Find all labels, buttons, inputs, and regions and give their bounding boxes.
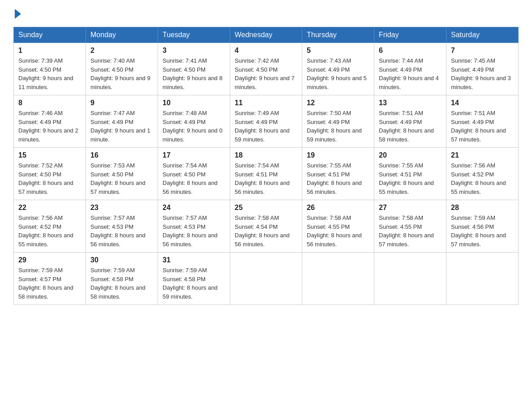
calendar-week-1: 1 Sunrise: 7:39 AM Sunset: 4:50 PM Dayli… xyxy=(14,43,519,95)
calendar-cell: 23 Sunrise: 7:57 AM Sunset: 4:53 PM Dayl… xyxy=(86,200,158,253)
day-info: Sunrise: 7:54 AM Sunset: 4:50 PM Dayligh… xyxy=(163,161,225,196)
day-number: 21 xyxy=(451,151,514,159)
day-info: Sunrise: 7:59 AM Sunset: 4:58 PM Dayligh… xyxy=(90,266,153,301)
calendar-cell: 24 Sunrise: 7:57 AM Sunset: 4:53 PM Dayl… xyxy=(158,200,230,253)
day-info: Sunrise: 7:42 AM Sunset: 4:50 PM Dayligh… xyxy=(235,56,297,91)
calendar-cell: 11 Sunrise: 7:49 AM Sunset: 4:49 PM Dayl… xyxy=(230,95,302,148)
calendar-cell: 6 Sunrise: 7:44 AM Sunset: 4:49 PM Dayli… xyxy=(374,43,446,95)
weekday-header-friday: Friday xyxy=(374,27,446,43)
calendar-cell: 31 Sunrise: 7:59 AM Sunset: 4:58 PM Dayl… xyxy=(158,253,230,305)
logo-arrow-icon xyxy=(15,9,21,19)
day-number: 25 xyxy=(235,204,297,212)
weekday-header-row: SundayMondayTuesdayWednesdayThursdayFrid… xyxy=(14,27,519,43)
calendar-week-5: 29 Sunrise: 7:59 AM Sunset: 4:57 PM Dayl… xyxy=(14,253,519,305)
calendar-cell: 10 Sunrise: 7:48 AM Sunset: 4:49 PM Dayl… xyxy=(158,95,230,148)
day-info: Sunrise: 7:57 AM Sunset: 4:53 PM Dayligh… xyxy=(163,214,225,248)
day-info: Sunrise: 7:39 AM Sunset: 4:50 PM Dayligh… xyxy=(18,56,81,91)
day-number: 20 xyxy=(379,151,442,159)
calendar-cell: 30 Sunrise: 7:59 AM Sunset: 4:58 PM Dayl… xyxy=(86,253,158,305)
day-info: Sunrise: 7:51 AM Sunset: 4:49 PM Dayligh… xyxy=(451,109,514,144)
day-number: 5 xyxy=(307,47,369,55)
day-info: Sunrise: 7:58 AM Sunset: 4:55 PM Dayligh… xyxy=(307,214,369,248)
day-number: 30 xyxy=(90,256,153,264)
calendar-cell: 3 Sunrise: 7:41 AM Sunset: 4:50 PM Dayli… xyxy=(158,43,230,95)
day-number: 2 xyxy=(90,47,153,55)
day-number: 1 xyxy=(18,47,81,55)
day-number: 12 xyxy=(307,99,369,107)
calendar-cell: 28 Sunrise: 7:59 AM Sunset: 4:56 PM Dayl… xyxy=(446,200,519,253)
day-number: 26 xyxy=(307,204,369,212)
day-number: 29 xyxy=(18,256,81,264)
day-info: Sunrise: 7:58 AM Sunset: 4:54 PM Dayligh… xyxy=(235,214,297,248)
day-number: 31 xyxy=(163,256,225,264)
calendar-cell: 29 Sunrise: 7:59 AM Sunset: 4:57 PM Dayl… xyxy=(14,253,86,305)
day-number: 6 xyxy=(379,47,442,55)
day-info: Sunrise: 7:46 AM Sunset: 4:49 PM Dayligh… xyxy=(18,109,81,144)
day-number: 23 xyxy=(90,204,153,212)
calendar-cell xyxy=(230,253,302,305)
logo xyxy=(13,9,21,18)
day-number: 19 xyxy=(307,151,369,159)
calendar-cell: 18 Sunrise: 7:54 AM Sunset: 4:51 PM Dayl… xyxy=(230,148,302,200)
day-info: Sunrise: 7:55 AM Sunset: 4:51 PM Dayligh… xyxy=(307,161,369,196)
day-info: Sunrise: 7:47 AM Sunset: 4:49 PM Dayligh… xyxy=(90,109,153,144)
page-header xyxy=(13,9,519,18)
calendar-cell: 19 Sunrise: 7:55 AM Sunset: 4:51 PM Dayl… xyxy=(302,148,374,200)
calendar-cell: 22 Sunrise: 7:56 AM Sunset: 4:52 PM Dayl… xyxy=(14,200,86,253)
calendar-cell: 5 Sunrise: 7:43 AM Sunset: 4:49 PM Dayli… xyxy=(302,43,374,95)
calendar-cell: 13 Sunrise: 7:51 AM Sunset: 4:49 PM Dayl… xyxy=(374,95,446,148)
calendar-cell: 16 Sunrise: 7:53 AM Sunset: 4:50 PM Dayl… xyxy=(86,148,158,200)
day-number: 14 xyxy=(451,99,514,107)
day-info: Sunrise: 7:51 AM Sunset: 4:49 PM Dayligh… xyxy=(379,109,442,144)
weekday-header-saturday: Saturday xyxy=(446,27,519,43)
day-number: 17 xyxy=(163,151,225,159)
day-info: Sunrise: 7:59 AM Sunset: 4:58 PM Dayligh… xyxy=(163,266,225,301)
day-info: Sunrise: 7:52 AM Sunset: 4:50 PM Dayligh… xyxy=(18,161,81,196)
day-info: Sunrise: 7:43 AM Sunset: 4:49 PM Dayligh… xyxy=(307,56,369,91)
day-info: Sunrise: 7:59 AM Sunset: 4:57 PM Dayligh… xyxy=(18,266,81,301)
calendar-cell xyxy=(302,253,374,305)
day-number: 8 xyxy=(18,99,81,107)
calendar-cell: 26 Sunrise: 7:58 AM Sunset: 4:55 PM Dayl… xyxy=(302,200,374,253)
day-info: Sunrise: 7:59 AM Sunset: 4:56 PM Dayligh… xyxy=(451,214,514,248)
day-info: Sunrise: 7:41 AM Sunset: 4:50 PM Dayligh… xyxy=(163,56,225,91)
weekday-header-thursday: Thursday xyxy=(302,27,374,43)
weekday-header-wednesday: Wednesday xyxy=(230,27,302,43)
calendar-week-2: 8 Sunrise: 7:46 AM Sunset: 4:49 PM Dayli… xyxy=(14,95,519,148)
calendar-cell xyxy=(446,253,519,305)
day-number: 13 xyxy=(379,99,442,107)
day-number: 16 xyxy=(90,151,153,159)
day-info: Sunrise: 7:55 AM Sunset: 4:51 PM Dayligh… xyxy=(379,161,442,196)
day-info: Sunrise: 7:58 AM Sunset: 4:55 PM Dayligh… xyxy=(379,214,442,248)
day-number: 27 xyxy=(379,204,442,212)
day-info: Sunrise: 7:40 AM Sunset: 4:50 PM Dayligh… xyxy=(90,56,153,91)
weekday-header-monday: Monday xyxy=(86,27,158,43)
calendar-week-3: 15 Sunrise: 7:52 AM Sunset: 4:50 PM Dayl… xyxy=(14,148,519,200)
day-number: 3 xyxy=(163,47,225,55)
day-info: Sunrise: 7:50 AM Sunset: 4:49 PM Dayligh… xyxy=(307,109,369,144)
day-number: 7 xyxy=(451,47,514,55)
day-number: 24 xyxy=(163,204,225,212)
day-info: Sunrise: 7:56 AM Sunset: 4:52 PM Dayligh… xyxy=(451,161,514,196)
weekday-header-sunday: Sunday xyxy=(14,27,86,43)
calendar-week-4: 22 Sunrise: 7:56 AM Sunset: 4:52 PM Dayl… xyxy=(14,200,519,253)
day-info: Sunrise: 7:53 AM Sunset: 4:50 PM Dayligh… xyxy=(90,161,153,196)
calendar-cell: 25 Sunrise: 7:58 AM Sunset: 4:54 PM Dayl… xyxy=(230,200,302,253)
day-number: 9 xyxy=(90,99,153,107)
day-number: 18 xyxy=(235,151,297,159)
calendar-cell: 14 Sunrise: 7:51 AM Sunset: 4:49 PM Dayl… xyxy=(446,95,519,148)
day-info: Sunrise: 7:57 AM Sunset: 4:53 PM Dayligh… xyxy=(90,214,153,248)
calendar-cell: 1 Sunrise: 7:39 AM Sunset: 4:50 PM Dayli… xyxy=(14,43,86,95)
calendar-cell: 21 Sunrise: 7:56 AM Sunset: 4:52 PM Dayl… xyxy=(446,148,519,200)
day-number: 15 xyxy=(18,151,81,159)
day-info: Sunrise: 7:48 AM Sunset: 4:49 PM Dayligh… xyxy=(163,109,225,144)
calendar-cell: 20 Sunrise: 7:55 AM Sunset: 4:51 PM Dayl… xyxy=(374,148,446,200)
calendar-cell: 17 Sunrise: 7:54 AM Sunset: 4:50 PM Dayl… xyxy=(158,148,230,200)
day-info: Sunrise: 7:56 AM Sunset: 4:52 PM Dayligh… xyxy=(18,214,81,248)
calendar-cell: 2 Sunrise: 7:40 AM Sunset: 4:50 PM Dayli… xyxy=(86,43,158,95)
calendar-cell: 7 Sunrise: 7:45 AM Sunset: 4:49 PM Dayli… xyxy=(446,43,519,95)
calendar-table: SundayMondayTuesdayWednesdayThursdayFrid… xyxy=(13,27,519,305)
day-number: 10 xyxy=(163,99,225,107)
day-number: 4 xyxy=(235,47,297,55)
day-info: Sunrise: 7:45 AM Sunset: 4:49 PM Dayligh… xyxy=(451,56,514,91)
